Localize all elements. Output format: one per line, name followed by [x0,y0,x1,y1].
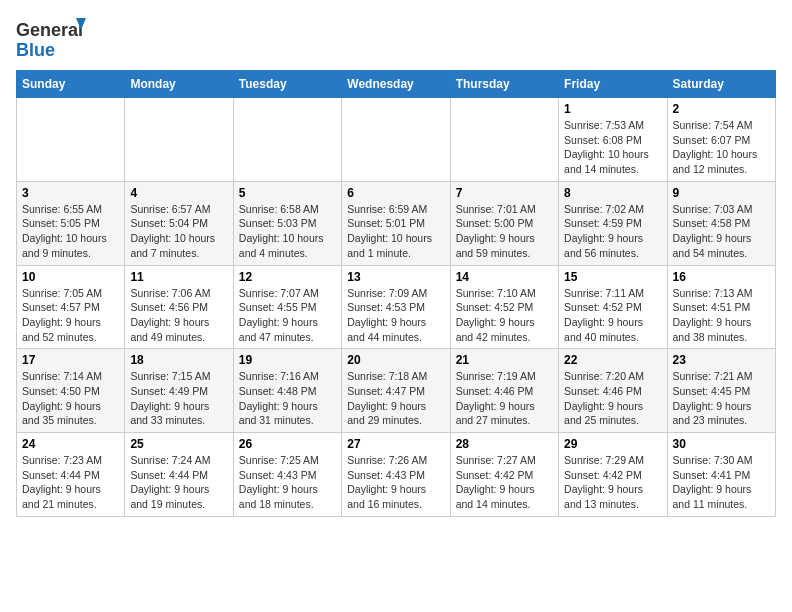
day-info: Sunrise: 7:07 AM Sunset: 4:55 PM Dayligh… [239,286,336,345]
day-number: 17 [22,353,119,367]
day-number: 12 [239,270,336,284]
day-cell: 1Sunrise: 7:53 AM Sunset: 6:08 PM Daylig… [559,98,667,182]
day-info: Sunrise: 7:19 AM Sunset: 4:46 PM Dayligh… [456,369,553,428]
day-info: Sunrise: 7:02 AM Sunset: 4:59 PM Dayligh… [564,202,661,261]
day-cell [450,98,558,182]
day-number: 1 [564,102,661,116]
day-cell: 11Sunrise: 7:06 AM Sunset: 4:56 PM Dayli… [125,265,233,349]
day-cell: 25Sunrise: 7:24 AM Sunset: 4:44 PM Dayli… [125,433,233,517]
day-number: 26 [239,437,336,451]
day-cell: 7Sunrise: 7:01 AM Sunset: 5:00 PM Daylig… [450,181,558,265]
day-info: Sunrise: 6:55 AM Sunset: 5:05 PM Dayligh… [22,202,119,261]
day-cell: 30Sunrise: 7:30 AM Sunset: 4:41 PM Dayli… [667,433,775,517]
header-saturday: Saturday [667,71,775,98]
day-cell: 9Sunrise: 7:03 AM Sunset: 4:58 PM Daylig… [667,181,775,265]
day-number: 21 [456,353,553,367]
day-number: 20 [347,353,444,367]
day-cell: 19Sunrise: 7:16 AM Sunset: 4:48 PM Dayli… [233,349,341,433]
day-number: 29 [564,437,661,451]
day-number: 28 [456,437,553,451]
day-number: 6 [347,186,444,200]
day-cell: 6Sunrise: 6:59 AM Sunset: 5:01 PM Daylig… [342,181,450,265]
day-info: Sunrise: 7:54 AM Sunset: 6:07 PM Dayligh… [673,118,770,177]
day-info: Sunrise: 7:01 AM Sunset: 5:00 PM Dayligh… [456,202,553,261]
day-info: Sunrise: 7:15 AM Sunset: 4:49 PM Dayligh… [130,369,227,428]
day-number: 5 [239,186,336,200]
day-info: Sunrise: 7:06 AM Sunset: 4:56 PM Dayligh… [130,286,227,345]
day-info: Sunrise: 7:20 AM Sunset: 4:46 PM Dayligh… [564,369,661,428]
day-number: 13 [347,270,444,284]
day-cell: 10Sunrise: 7:05 AM Sunset: 4:57 PM Dayli… [17,265,125,349]
day-info: Sunrise: 7:23 AM Sunset: 4:44 PM Dayligh… [22,453,119,512]
day-info: Sunrise: 7:03 AM Sunset: 4:58 PM Dayligh… [673,202,770,261]
day-cell: 22Sunrise: 7:20 AM Sunset: 4:46 PM Dayli… [559,349,667,433]
week-row-3: 17Sunrise: 7:14 AM Sunset: 4:50 PM Dayli… [17,349,776,433]
day-number: 10 [22,270,119,284]
day-cell: 4Sunrise: 6:57 AM Sunset: 5:04 PM Daylig… [125,181,233,265]
day-info: Sunrise: 7:26 AM Sunset: 4:43 PM Dayligh… [347,453,444,512]
header-row: SundayMondayTuesdayWednesdayThursdayFrid… [17,71,776,98]
day-cell: 12Sunrise: 7:07 AM Sunset: 4:55 PM Dayli… [233,265,341,349]
day-number: 24 [22,437,119,451]
day-info: Sunrise: 7:05 AM Sunset: 4:57 PM Dayligh… [22,286,119,345]
day-cell: 23Sunrise: 7:21 AM Sunset: 4:45 PM Dayli… [667,349,775,433]
day-cell: 15Sunrise: 7:11 AM Sunset: 4:52 PM Dayli… [559,265,667,349]
day-number: 18 [130,353,227,367]
header-wednesday: Wednesday [342,71,450,98]
header-thursday: Thursday [450,71,558,98]
day-number: 22 [564,353,661,367]
day-info: Sunrise: 7:25 AM Sunset: 4:43 PM Dayligh… [239,453,336,512]
day-cell: 26Sunrise: 7:25 AM Sunset: 4:43 PM Dayli… [233,433,341,517]
week-row-2: 10Sunrise: 7:05 AM Sunset: 4:57 PM Dayli… [17,265,776,349]
day-cell [17,98,125,182]
day-cell: 14Sunrise: 7:10 AM Sunset: 4:52 PM Dayli… [450,265,558,349]
day-cell: 8Sunrise: 7:02 AM Sunset: 4:59 PM Daylig… [559,181,667,265]
day-cell: 18Sunrise: 7:15 AM Sunset: 4:49 PM Dayli… [125,349,233,433]
day-info: Sunrise: 7:30 AM Sunset: 4:41 PM Dayligh… [673,453,770,512]
day-cell: 2Sunrise: 7:54 AM Sunset: 6:07 PM Daylig… [667,98,775,182]
day-number: 8 [564,186,661,200]
day-cell [125,98,233,182]
day-number: 4 [130,186,227,200]
day-cell [342,98,450,182]
day-info: Sunrise: 7:09 AM Sunset: 4:53 PM Dayligh… [347,286,444,345]
day-cell: 20Sunrise: 7:18 AM Sunset: 4:47 PM Dayli… [342,349,450,433]
day-number: 27 [347,437,444,451]
day-number: 16 [673,270,770,284]
week-row-1: 3Sunrise: 6:55 AM Sunset: 5:05 PM Daylig… [17,181,776,265]
logo-svg: GeneralBlue [16,16,86,60]
day-info: Sunrise: 7:18 AM Sunset: 4:47 PM Dayligh… [347,369,444,428]
week-row-0: 1Sunrise: 7:53 AM Sunset: 6:08 PM Daylig… [17,98,776,182]
day-info: Sunrise: 7:53 AM Sunset: 6:08 PM Dayligh… [564,118,661,177]
day-number: 15 [564,270,661,284]
day-cell: 13Sunrise: 7:09 AM Sunset: 4:53 PM Dayli… [342,265,450,349]
day-cell: 16Sunrise: 7:13 AM Sunset: 4:51 PM Dayli… [667,265,775,349]
day-info: Sunrise: 7:16 AM Sunset: 4:48 PM Dayligh… [239,369,336,428]
day-number: 23 [673,353,770,367]
day-info: Sunrise: 7:10 AM Sunset: 4:52 PM Dayligh… [456,286,553,345]
day-number: 9 [673,186,770,200]
day-info: Sunrise: 7:11 AM Sunset: 4:52 PM Dayligh… [564,286,661,345]
day-cell: 27Sunrise: 7:26 AM Sunset: 4:43 PM Dayli… [342,433,450,517]
day-number: 11 [130,270,227,284]
day-number: 19 [239,353,336,367]
calendar-table: SundayMondayTuesdayWednesdayThursdayFrid… [16,70,776,517]
day-number: 25 [130,437,227,451]
svg-text:Blue: Blue [16,40,55,60]
day-cell [233,98,341,182]
day-info: Sunrise: 7:13 AM Sunset: 4:51 PM Dayligh… [673,286,770,345]
header-tuesday: Tuesday [233,71,341,98]
header: GeneralBlue [16,16,776,60]
svg-text:General: General [16,20,83,40]
day-info: Sunrise: 6:57 AM Sunset: 5:04 PM Dayligh… [130,202,227,261]
logo: GeneralBlue [16,16,86,60]
day-number: 14 [456,270,553,284]
day-cell: 29Sunrise: 7:29 AM Sunset: 4:42 PM Dayli… [559,433,667,517]
day-number: 2 [673,102,770,116]
day-info: Sunrise: 6:58 AM Sunset: 5:03 PM Dayligh… [239,202,336,261]
header-friday: Friday [559,71,667,98]
day-info: Sunrise: 7:24 AM Sunset: 4:44 PM Dayligh… [130,453,227,512]
day-number: 3 [22,186,119,200]
day-cell: 28Sunrise: 7:27 AM Sunset: 4:42 PM Dayli… [450,433,558,517]
day-cell: 5Sunrise: 6:58 AM Sunset: 5:03 PM Daylig… [233,181,341,265]
